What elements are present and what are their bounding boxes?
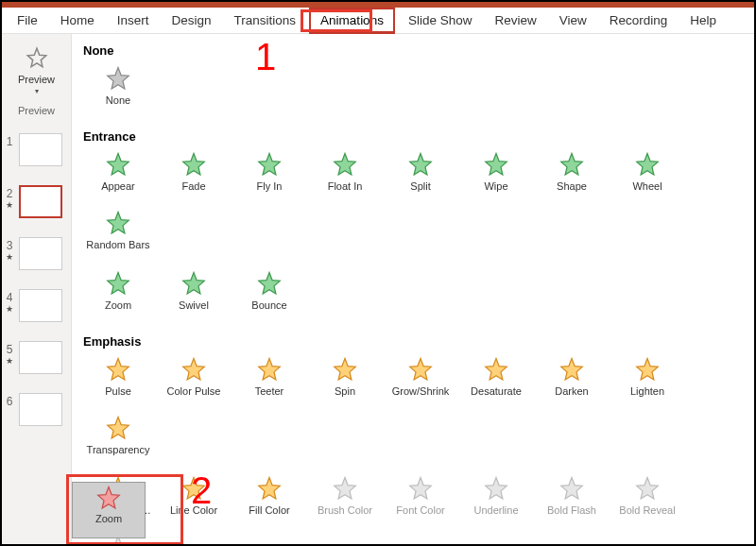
preview-label: Preview [18,74,55,85]
slide-preview[interactable] [19,185,62,218]
anim-fly-in[interactable]: Fly In [232,149,306,206]
preview-button[interactable]: Preview ▾ [14,40,59,101]
anim-label: Darken [535,385,609,397]
svg-marker-10 [108,213,129,234]
star-icon [104,151,132,179]
star-icon [104,270,132,299]
ribbon-tabs: FileHomeInsertDesignTransitionsAnimation… [2,8,754,34]
anim-transparency[interactable]: Transparency [81,413,155,469]
svg-marker-44 [98,487,120,509]
svg-marker-30 [637,478,659,500]
svg-marker-18 [410,359,432,381]
anim-font-color: Font Color [384,473,457,530]
slide-preview[interactable] [19,393,62,426]
anim-bounce[interactable]: Bounce [232,268,306,325]
hovered-anim-zoom[interactable]: Zoom [72,482,146,538]
sidebar: Preview ▾ Preview 12★3★4★5★6 [2,34,72,544]
svg-marker-27 [410,478,432,500]
anim-label: Line Color [157,504,231,516]
ribbon-tab-review[interactable]: Review [485,9,545,31]
slide-preview[interactable] [19,341,62,374]
slide-thumb-3[interactable]: 3★ [4,237,65,270]
preview-caption: Preview [18,105,55,116]
anim-split[interactable]: Split [384,149,457,206]
anim-random-bars[interactable]: Random Bars [81,208,155,264]
star-icon [482,475,510,503]
svg-marker-9 [637,154,659,176]
svg-marker-22 [108,418,129,439]
star-icon [331,356,359,384]
slide-preview[interactable] [19,133,62,166]
slide-preview[interactable] [19,237,62,270]
anim-zoom[interactable]: Zoom [81,268,155,325]
slide-thumb-4[interactable]: 4★ [4,289,65,322]
slide-number: 3★ [4,237,15,262]
slide-thumb-1[interactable]: 1 [4,133,65,166]
anim-label: Brush Color [308,504,382,516]
ribbon-tab-help[interactable]: Help [680,9,726,31]
anim-color-pulse[interactable]: Color Pulse [157,354,231,411]
anim-swivel[interactable]: Swivel [157,268,231,325]
slide-thumb-5[interactable]: 5★ [4,341,65,374]
anim-wheel[interactable]: Wheel [610,149,684,206]
anim-lighten[interactable]: Lighten [610,354,684,411]
anim-fade[interactable]: Fade [157,149,231,206]
star-icon [180,270,208,299]
anim-pulse[interactable]: Pulse [81,354,155,411]
svg-marker-24 [183,478,205,500]
anim-fill-color[interactable]: Fill Color [232,473,306,530]
slide-thumb-6[interactable]: 6 [4,393,65,426]
anim-label: Fill Color [232,504,306,516]
slide-number: 4★ [4,289,15,314]
anim-float-in[interactable]: Float In [308,149,382,206]
star-icon [482,356,510,384]
preview-star-icon [24,45,50,72]
svg-marker-13 [259,273,281,295]
anim-shape[interactable]: Shape [535,149,609,206]
star-icon [255,475,284,503]
star-icon [331,475,359,503]
star-icon [482,151,510,179]
anim-label: None [81,94,155,106]
svg-marker-28 [486,478,507,500]
svg-marker-19 [486,359,507,381]
ribbon-tab-transitions[interactable]: Transitions [225,9,306,31]
anim-darken[interactable]: Darken [535,354,609,411]
anim-appear[interactable]: Appear [81,149,155,206]
ribbon-tab-slide-show[interactable]: Slide Show [399,9,482,31]
section-title-entrance: Entrance [83,129,754,144]
star-icon [406,151,435,179]
anim-label: Transparency [81,444,155,455]
svg-marker-17 [335,359,356,381]
ribbon-tab-animations[interactable]: Animations [309,8,395,34]
star-icon [406,475,435,503]
slide-preview[interactable] [19,289,62,322]
anim-teeter[interactable]: Teeter [232,354,306,411]
star-icon [104,356,132,384]
slide-number: 1 [4,133,15,148]
anim-line-color[interactable]: Line Color [157,473,231,530]
anim-label: Random Bars [81,239,155,250]
ribbon-tab-home[interactable]: Home [51,9,104,31]
anim-spin[interactable]: Spin [308,354,382,411]
anim-label: Color Pulse [157,385,231,397]
anim-label: Desaturate [459,385,533,397]
slide-number: 2★ [4,185,15,210]
ribbon-tab-recording[interactable]: Recording [600,9,678,31]
anim-label: Lighten [610,385,684,397]
svg-marker-21 [637,359,659,381]
svg-marker-20 [561,359,583,381]
anim-desaturate[interactable]: Desaturate [459,354,533,411]
ribbon-tab-design[interactable]: Design [163,9,221,31]
ribbon-tab-view[interactable]: View [550,9,596,31]
anim-none[interactable]: None [81,63,155,120]
anim-grow-shrink[interactable]: Grow/Shrink [384,354,457,411]
svg-marker-3 [183,154,205,176]
svg-marker-5 [335,154,356,176]
ribbon-tab-insert[interactable]: Insert [108,9,159,31]
star-icon [180,356,208,384]
anim-wipe[interactable]: Wipe [459,149,533,206]
slide-thumb-2[interactable]: 2★ [4,185,65,218]
ribbon-tab-file[interactable]: File [8,9,47,31]
star-icon [558,475,586,503]
